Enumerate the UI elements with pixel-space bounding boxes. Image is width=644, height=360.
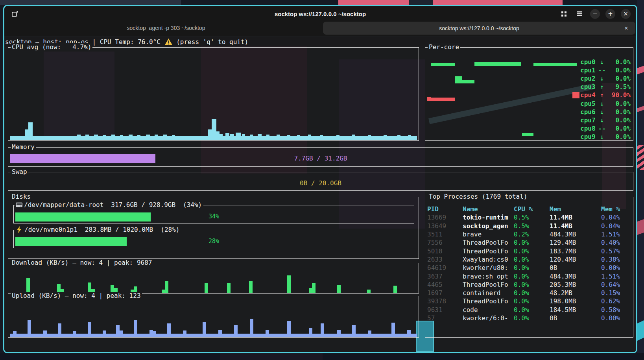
c-name: code [463,306,514,314]
c-pid: 7556 [427,239,463,246]
c-mem: 198.0MB [550,297,601,305]
cpu-avg-title: CPU avg (now: 4.7%) [11,43,92,51]
core-alert-swatch [572,92,579,98]
c-mem: 0B [550,264,601,271]
core-val: 0.0% [606,133,631,140]
minimize-button[interactable]: − [590,9,600,19]
new-tab-button[interactable] [10,9,20,19]
c-pid: 39378 [427,297,463,305]
c-name: brave:sh_opt [463,273,514,280]
core-row: cpu9↓0.0% [564,133,631,141]
c-pid: 13669 [427,214,463,221]
disk-percent: (34%) [183,201,202,209]
column-header: CPU % [514,205,550,213]
process-row: 2633Xwayland:cs00.0%120.4MB0.38% [427,255,632,264]
core-name: cpu5 [580,100,598,107]
c-memp: 0.64% [601,281,634,288]
c-cpu: 0.5% [514,222,550,230]
c-cpu: 0.0% [514,264,550,271]
core-val: 0.0% [606,125,631,132]
warning-icon [164,38,173,46]
c-memp: 0.58% [601,306,634,314]
c-mem: 11.4MB [550,214,601,221]
menu-button[interactable] [574,9,585,19]
tab-close-icon[interactable]: × [622,24,631,33]
column-header: Mem [550,205,601,213]
tab-socktop-agent[interactable]: socktop_agent -p 303 ~/socktop [11,22,321,34]
wallpaper-shape [637,219,644,235]
core-row: cpu2↓0.0% [564,74,631,83]
c-name: Xwayland:cs0 [463,256,514,263]
lightning-icon [16,226,22,233]
core-trend: ↓ [598,133,606,140]
disk-name: /dev/nvme0n1p1 [24,226,78,233]
core-row: cpu1--0.0% [564,66,631,74]
terminal-content: socktop — host: pop-os | CPU Temp: 76.0°… [4,36,636,352]
c-mem: 484.3MB [550,231,601,238]
maximize-button[interactable]: + [605,9,615,19]
c-memp: 0.00% [601,314,634,322]
core-graph-segment [455,76,462,83]
new-tab-icon [11,10,18,17]
processes-title: Top Processes (1769 total) [428,193,528,200]
c-mem: 484.3MB [550,273,601,280]
c-memp: 0.04% [601,222,634,230]
tab-socktop[interactable]: socktop ws://127.0.0.0 ~/socktop × [323,22,635,35]
download-graph [10,269,417,293]
graph-baseline [10,334,417,337]
c-name: ThreadPoolFo [463,239,514,246]
core-graph-segment [462,80,474,83]
c-pid: 64619 [427,264,463,271]
graph-bar [57,284,61,293]
c-pid: 57 [427,314,463,322]
core-name: cpu0 [580,58,598,66]
tab-overview-button[interactable] [559,9,569,19]
wallpaper-shape [637,320,644,341]
disk-percent-label: 28% [14,238,414,245]
c-cpu: 0.0% [514,289,550,297]
c-cpu: 0.0% [514,306,550,314]
c-memp: 1.51% [601,231,634,238]
download-panel: Download (KB/s) — now: 4 | peak: 9687 [8,263,419,294]
core-trend: ↓ [598,100,606,107]
upload-title: Upload (KB/s) — now: 4 | peak: 123 [11,292,142,299]
core-val: 90.0% [606,91,631,99]
core-row: cpu8--0.0% [564,124,631,133]
c-name: kworker/6:0- [463,314,514,322]
process-row: 64619kworker/u80:0.0%0B0.00% [427,264,632,272]
core-val: 0.0% [606,58,631,66]
upload-panel: Upload (KB/s) — now: 4 | peak: 123 [8,296,419,338]
core-val: 0.0% [606,116,631,124]
c-name: ThreadPoolFo [463,297,514,305]
status-header: socktop — host: pop-os | CPU Temp: 76.0°… [5,37,635,46]
c-cpu: 0.0% [514,239,550,246]
core-name: cpu2 [580,75,598,82]
core-val: 0.0% [606,108,631,116]
core-row: cpu0↓0.0% [564,58,631,66]
swap-panel: Swap 0B / 20.0GB [8,172,633,191]
graph-bar [287,275,291,293]
core-row: cpu4↑90.0% [564,91,631,99]
c-mem: 183.7MB [550,247,601,255]
core-name: cpu3 [580,83,598,90]
core-trend: ↑ [598,91,606,99]
core-name: cpu4 [580,91,598,99]
close-button[interactable]: × [621,9,631,19]
core-trend: ↓ [598,75,606,82]
process-row: 5018ThreadPoolFo0.0%183.7MB0.57% [427,247,632,255]
disk-percent-label: 34% [14,213,414,220]
disk-icon [15,201,23,208]
core-name: cpu6 [580,108,598,116]
c-name: kworker/u80: [463,264,514,271]
core-name: cpu1 [580,66,598,74]
download-title: Download (KB/s) — now: 4 | peak: 9687 [11,259,153,266]
wallpaper-shape [220,353,323,360]
c-name: ThreadPoolFo [463,247,514,255]
core-val: 9.5% [606,83,631,90]
c-memp: 0.15% [601,289,634,297]
processes-panel: Top Processes (1769 total) PIDNameCPU %M… [425,197,633,338]
terminal-window: socktop ws://127.0.0.0 ~/socktop − + × s… [3,5,637,353]
core-val: 0.0% [606,66,631,74]
tab-label: socktop ws://127.0.0.0 ~/socktop [439,25,519,31]
wallpaper-shape [338,0,563,5]
